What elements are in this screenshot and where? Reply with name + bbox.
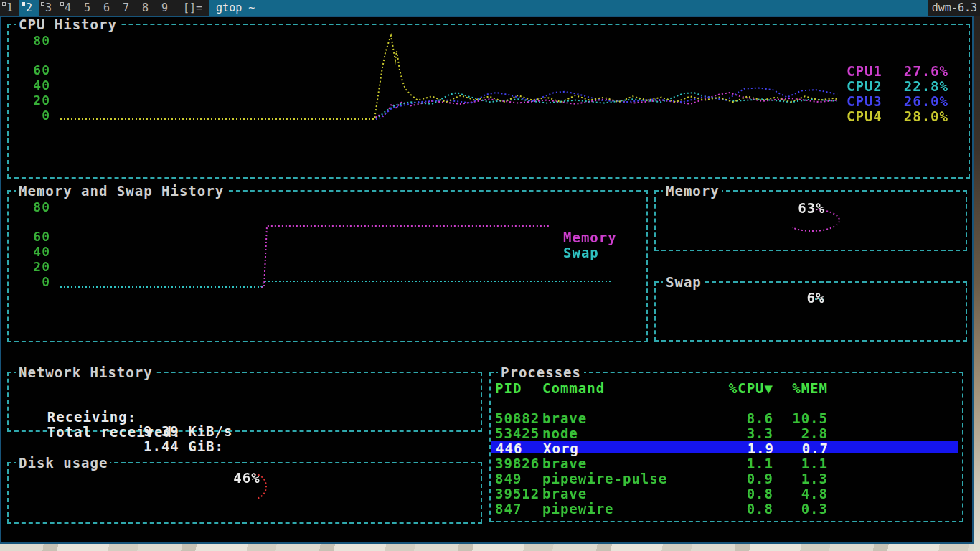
disk-usage-title: Disk usage [16, 455, 110, 471]
tag-label: 7 [123, 1, 129, 14]
process-row[interactable]: 39512brave0.84.8 [491, 487, 962, 500]
workspace-tag-2[interactable]: 2 [19, 0, 39, 16]
mem-column-header[interactable]: %MEM [771, 382, 828, 395]
tag-label: 9 [161, 1, 168, 14]
workspace-tag-1[interactable]: 1 [0, 0, 19, 16]
dwm-bar: 1 2 3 4 5 6 7 8 9 []= gtop ~ dwm-6.3 [0, 0, 980, 16]
cpu-history-panel: CPU History 80 60 40 20 0 CPU127.6% CPU2… [7, 24, 970, 179]
process-row[interactable]: 53425node3.32.8 [491, 427, 962, 440]
process-row-selected[interactable]: 446Xorg1.90.7 [491, 441, 958, 453]
cpu-history-chart [9, 25, 969, 177]
cpu-tick-40: 40 [26, 79, 50, 92]
memswap-history-title: Memory and Swap History [16, 183, 227, 199]
cpu-tick-20: 20 [26, 94, 50, 107]
memswap-tick-60: 60 [26, 230, 50, 243]
disk-percent-value: 46% [207, 471, 286, 484]
command-column-header[interactable]: Command [542, 382, 605, 395]
memswap-tick-20: 20 [26, 260, 50, 273]
workspace-tag-6[interactable]: 6 [97, 0, 116, 16]
tag-label: 6 [103, 1, 110, 14]
process-row[interactable]: 50882brave8.610.5 [491, 412, 962, 425]
total-received-label: Total received: [47, 424, 182, 440]
cpu3-legend-row: CPU326.0% [847, 95, 948, 108]
wallpaper-bottom-strip [0, 544, 974, 551]
tag-label: 2 [26, 1, 32, 14]
network-history-panel: Network History Receiving: 9.39 KiB/s To… [7, 372, 482, 432]
wallpaper-right-strip [974, 16, 980, 551]
memswap-history-chart [9, 192, 646, 341]
process-row[interactable]: 847pipewire0.80.3 [491, 502, 962, 515]
workspace-tag-5[interactable]: 5 [77, 0, 97, 16]
tag-occupied-indicator [41, 2, 44, 6]
workspace-tag-3[interactable]: 3 [39, 0, 58, 16]
process-row[interactable]: 849pipewire-pulse0.91.3 [491, 472, 962, 485]
cpu-tick-0: 0 [26, 109, 50, 122]
swap-percent-value: 6% [776, 291, 855, 304]
memory-legend-label: Memory [563, 231, 617, 244]
workspace-tag-9[interactable]: 9 [155, 0, 174, 16]
workspace-tag-7[interactable]: 7 [116, 0, 136, 16]
disk-usage-panel: Disk usage 46% [7, 462, 482, 524]
cpu1-legend-row: CPU127.6% [847, 65, 948, 77]
pid-column-header[interactable]: PID [495, 382, 522, 395]
network-history-title: Network History [16, 364, 156, 380]
cpu-tick-60: 60 [26, 64, 50, 77]
workspace-tag-4[interactable]: 4 [58, 0, 77, 16]
memswap-tick-40: 40 [26, 245, 50, 258]
tag-label: 5 [84, 1, 90, 14]
memory-gauge-title: Memory [663, 183, 722, 199]
processes-panel: Processes PID Command %CPU▼ %MEM 50882br… [489, 372, 963, 522]
tag-occupied-indicator [2, 2, 6, 6]
tag-selected-indicator [22, 2, 25, 6]
cpu-history-title: CPU History [16, 17, 120, 32]
status-text: dwm-6.3 [928, 0, 980, 16]
layout-indicator[interactable]: []= [174, 0, 209, 16]
tag-label: 3 [45, 1, 52, 14]
memswap-tick-0: 0 [26, 276, 50, 288]
cpu4-legend-row: CPU428.0% [847, 110, 948, 123]
window-title: gtop ~ [209, 0, 928, 16]
memswap-tick-80: 80 [26, 201, 50, 214]
processes-title: Processes [498, 364, 584, 380]
memswap-history-panel: Memory and Swap History 80 60 40 20 0 Me… [7, 190, 648, 342]
cpu-tick-80: 80 [26, 34, 50, 47]
swap-gauge-title: Swap [663, 274, 705, 290]
processes-header-row: PID Command %CPU▼ %MEM [491, 382, 962, 395]
memory-percent-value: 63% [772, 202, 851, 215]
process-row[interactable]: 39826brave1.11.1 [491, 457, 962, 470]
total-received-value: 1.44 GiB: [143, 439, 224, 453]
cpu2-legend-row: CPU222.8% [847, 80, 948, 93]
cpu-column-header[interactable]: %CPU▼ [715, 382, 773, 395]
memory-gauge-panel: Memory 63% [654, 190, 967, 251]
tag-label: 1 [6, 1, 13, 14]
swap-gauge-panel: Swap 6% [654, 281, 967, 342]
tag-label: 4 [65, 1, 71, 14]
workspace-tag-8[interactable]: 8 [136, 0, 155, 16]
tag-occupied-indicator [60, 2, 64, 6]
tag-label: 8 [142, 1, 149, 14]
swap-legend-label: Swap [563, 246, 599, 259]
